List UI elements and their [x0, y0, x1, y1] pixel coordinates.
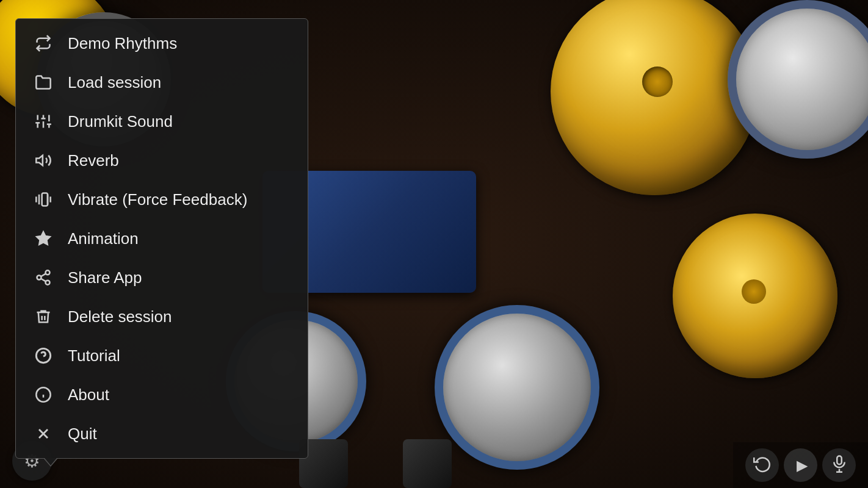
menu-label-vibrate: Vibrate (Force Feedback): [68, 190, 247, 209]
equalizer-icon: [31, 109, 56, 134]
menu-label-demo-rhythms: Demo Rhythms: [68, 34, 177, 53]
menu-label-share-app: Share App: [68, 268, 142, 287]
menu-item-animation[interactable]: Animation: [16, 219, 308, 258]
menu-item-share-app[interactable]: Share App: [16, 258, 308, 297]
svg-line-19: [41, 279, 46, 282]
replay-button[interactable]: [745, 448, 779, 482]
svg-marker-9: [36, 156, 43, 165]
repeat-icon: [31, 31, 56, 56]
speaker-icon: [31, 148, 56, 173]
menu-item-about[interactable]: About: [16, 375, 308, 414]
menu-item-reverb[interactable]: Reverb: [16, 141, 308, 180]
menu-overlay: Demo RhythmsLoad sessionDrumkit SoundRev…: [15, 18, 308, 459]
replay-icon: [753, 454, 772, 476]
play-button[interactable]: ▶: [784, 448, 817, 482]
menu-label-about: About: [68, 386, 109, 404]
menu-label-drumkit-sound: Drumkit Sound: [68, 112, 173, 131]
menu-pointer: [43, 458, 58, 467]
star-icon: [31, 226, 56, 251]
cymbal-top-right: [551, 0, 758, 195]
trash-icon: [31, 304, 56, 329]
floor-tom-right[interactable]: [435, 305, 599, 470]
menu-item-quit[interactable]: Quit: [16, 414, 308, 453]
svg-point-17: [37, 276, 42, 280]
mic-button[interactable]: [822, 448, 856, 482]
menu-item-tutorial[interactable]: Tutorial: [16, 336, 308, 375]
pedal-right[interactable]: [403, 439, 452, 488]
svg-rect-28: [837, 456, 842, 464]
cymbal-mid-right: [673, 214, 837, 378]
svg-line-20: [41, 274, 46, 277]
play-icon: ▶: [797, 457, 808, 474]
svg-point-16: [46, 270, 50, 274]
svg-rect-12: [42, 193, 48, 206]
menu-label-tutorial: Tutorial: [68, 346, 120, 365]
menu-item-drumkit-sound[interactable]: Drumkit Sound: [16, 102, 308, 141]
mic-icon: [830, 454, 848, 476]
menu-item-demo-rhythms[interactable]: Demo Rhythms: [16, 24, 308, 63]
menu-label-animation: Animation: [68, 229, 139, 248]
svg-marker-15: [36, 231, 50, 245]
menu-label-delete-session: Delete session: [68, 307, 172, 326]
menu-item-load-session[interactable]: Load session: [16, 63, 308, 102]
svg-point-18: [46, 281, 50, 285]
menu-label-quit: Quit: [68, 425, 97, 443]
share-icon: [31, 265, 56, 290]
toolbar-bottom: ▶: [733, 442, 868, 488]
menu-item-vibrate[interactable]: Vibrate (Force Feedback): [16, 180, 308, 219]
question-icon: [31, 343, 56, 368]
menu-label-load-session: Load session: [68, 73, 161, 92]
vibrate-icon: [31, 187, 56, 212]
menu-item-delete-session[interactable]: Delete session: [16, 297, 308, 336]
tom-right[interactable]: [728, 0, 868, 159]
info-icon: [31, 382, 56, 407]
folder-icon: [31, 70, 56, 95]
menu-label-reverb: Reverb: [68, 151, 119, 170]
close-icon: [31, 422, 56, 446]
